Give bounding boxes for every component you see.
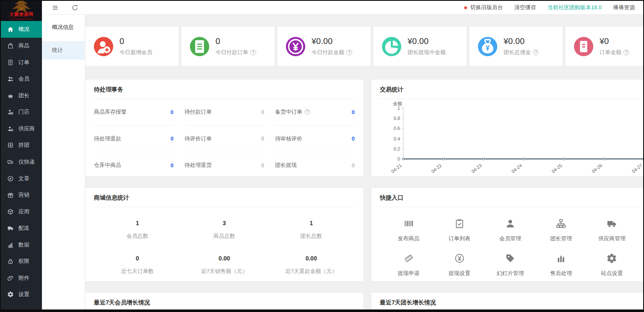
svg-text:0: 0 (397, 156, 400, 161)
sidebar-item[interactable]: 团长 (1, 87, 42, 104)
sidebar-item-label: 配送 (18, 224, 29, 232)
home-icon (7, 26, 14, 33)
quick-entry-item[interactable]: 团长管理 (536, 213, 587, 248)
crown-icon (7, 92, 14, 99)
mall-stat-label: 近七天订单数 (94, 268, 181, 275)
pending-task-label: 待评价订单 (184, 135, 212, 143)
quick-entry-item[interactable]: 提现设置 (434, 248, 485, 283)
sidebar-item[interactable]: 营销 (1, 187, 42, 203)
mall-stat-value: 0 (94, 255, 181, 262)
quick-entry-label: 团长管理 (536, 235, 587, 242)
topbar-menu-item[interactable]: 切换旧版后台 (464, 4, 503, 11)
sidebar-item-label: 门店 (18, 108, 29, 116)
pending-tasks-grid: 商品库存报警 0 待付款订单 0 备货中订单 0 待处理退款 0 待评价订单 0… (86, 99, 363, 179)
help-icon[interactable] (623, 49, 629, 55)
topbar-left-icons (52, 4, 78, 11)
svg-text:04-23: 04-23 (470, 163, 483, 174)
quick-entry-label: 供应商管理 (587, 235, 637, 242)
delivery-icon (7, 225, 14, 231)
pending-task-label: 备货中订单 (275, 108, 302, 116)
help-icon[interactable] (346, 49, 352, 55)
article-icon (7, 175, 14, 182)
mall-stat-label: 近7天退款金额（元） (268, 268, 355, 275)
refresh-icon[interactable] (71, 4, 78, 11)
sidebar-item[interactable]: 配送 (1, 220, 42, 237)
quick-entry-item[interactable]: 供应商管理 (587, 213, 637, 248)
stat-card-label: 今日付款订单 (216, 49, 248, 56)
topbar-menu-item[interactable]: 当前社区团购版本18.0 (548, 4, 602, 11)
gift-icon (7, 192, 14, 198)
topbar-menu-item[interactable]: 播播资源 (613, 4, 635, 11)
main-content: 0 今日新增会员 0 今日付款订单 ¥0.00 今日付款金额 ¥0.00 团长提… (85, 15, 643, 309)
sidebar-item[interactable]: 应用 (1, 203, 42, 220)
help-icon[interactable] (250, 49, 256, 55)
sidebar-item[interactable]: 权限 (1, 253, 42, 270)
sidebar-item[interactable]: 门店 (1, 104, 42, 121)
quick-entry-item[interactable]: 站点设置 (587, 248, 637, 283)
pending-task-count[interactable]: 0 (352, 135, 355, 142)
clip-icon (7, 275, 14, 281)
quick-entry-item[interactable]: 售后处理 (536, 248, 587, 283)
mall-stat-label: 会员总数 (94, 232, 181, 240)
pending-task-count[interactable]: 0 (261, 162, 264, 169)
pending-task-label: 商品库存报警 (94, 108, 127, 116)
sidebar-item[interactable]: 设置 (1, 286, 42, 303)
mall-stat-value: 3 (181, 220, 267, 226)
sidebar-item-label: 拼团 (18, 141, 29, 149)
sidebar-item[interactable]: 附件 (1, 270, 42, 286)
sidebar-item[interactable]: 仅快递 (1, 153, 42, 170)
svg-text:0.8: 0.8 (394, 116, 400, 121)
panel-title: 待处理事务 (94, 80, 355, 99)
mall-stat-item: 0.00 近7天退款金额（元） (268, 246, 355, 281)
help-icon[interactable] (304, 109, 310, 115)
secondary-sidebar-item[interactable]: 统计 (42, 41, 85, 60)
pending-task-count[interactable]: 0 (171, 109, 174, 115)
pending-task-label: 团长提现 (275, 161, 297, 169)
pending-task-item: 待审核评价 0 (275, 126, 355, 153)
mall-stat-value: 0.00 (181, 255, 267, 262)
pending-task-count[interactable]: 0 (352, 162, 355, 169)
sidebar-fold-icon[interactable] (52, 4, 59, 11)
barchart-icon (556, 253, 566, 264)
logo[interactable]: 大鹏资源网 (1, 1, 42, 21)
sidebar-item[interactable]: 供应商 (1, 120, 42, 137)
quick-entry-label: 提现设置 (434, 270, 485, 277)
sidebar-item[interactable]: 概况 (1, 21, 42, 38)
gear-icon (606, 253, 617, 264)
stat-card-label: 今日新增会员 (119, 49, 152, 56)
mall-stat-value: 1 (268, 220, 355, 226)
sidebar-item[interactable]: 会员 (1, 71, 42, 88)
quick-entry-item[interactable]: 提现申请 (383, 248, 434, 283)
pie-icon (382, 37, 401, 56)
sidebar-item-label: 营销 (18, 191, 29, 199)
panel-title: 快捷入口 (380, 188, 641, 207)
pending-task-item: 待付款订单 0 (184, 99, 264, 126)
svg-text:04-24: 04-24 (511, 163, 523, 174)
pending-task-count[interactable]: 0 (171, 162, 174, 169)
sidebar-item-label: 应用 (18, 208, 29, 216)
quick-entry-item[interactable]: 发布商品 (383, 213, 434, 248)
quick-entry-item[interactable]: 订单列表 (434, 213, 485, 248)
sidebar-item[interactable]: 文章 (1, 170, 42, 187)
sidebar-item-label: 数据 (18, 241, 29, 249)
help-icon[interactable] (533, 49, 539, 55)
quick-entry-item[interactable]: 幻灯片管理 (485, 248, 535, 283)
clipboard-icon (454, 218, 465, 229)
pending-task-count[interactable]: 0 (261, 135, 264, 142)
sidebar-item[interactable]: 订单 (1, 54, 42, 71)
pending-task-count[interactable]: 0 (261, 109, 264, 115)
quick-entry-label: 幻灯片管理 (485, 270, 535, 277)
panel-title: 商城信息统计 (94, 188, 355, 207)
stat-card-value: 0 (119, 36, 152, 46)
stat-card-value: ¥0.00 (312, 36, 352, 46)
pending-task-count[interactable]: 0 (171, 135, 174, 142)
sidebar-item[interactable]: 数据 (1, 237, 42, 253)
pending-task-count[interactable]: 0 (352, 109, 355, 115)
growth-panel: 最近7天团长增长情况 (371, 293, 643, 309)
topbar-menu-item[interactable]: 清空缓存 (514, 4, 536, 11)
quick-entry-item[interactable]: 会员管理 (485, 213, 535, 248)
sidebar-item[interactable]: 商品 (1, 38, 42, 55)
sidebar-item[interactable]: 拼团 (1, 137, 42, 154)
quick-entry-label: 站点设置 (587, 270, 637, 277)
quick-entry-panel: 快捷入口 发布商品 订单列表 会员管理 团长管理 供应商管理 提现申请 提现设置… (371, 188, 643, 281)
